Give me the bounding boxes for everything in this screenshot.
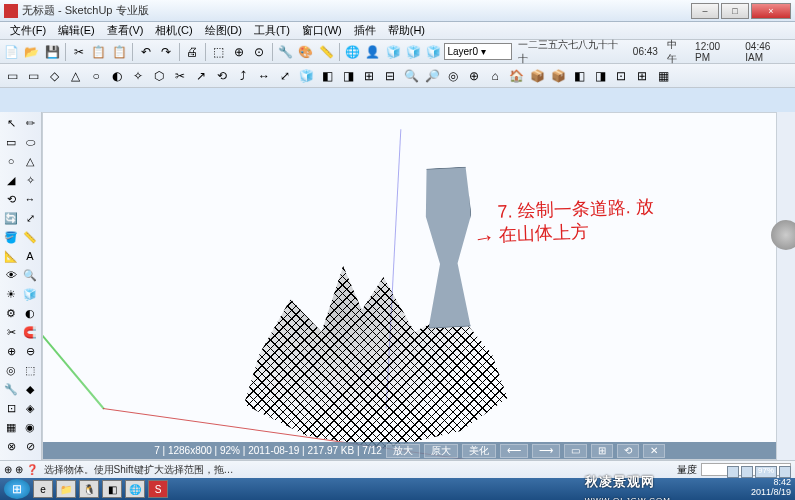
tool-button[interactable]: ✏	[21, 114, 39, 132]
tool-button[interactable]: 🪣	[2, 228, 20, 246]
toolbar-button[interactable]: ◧	[569, 66, 589, 86]
menu-help[interactable]: 帮助(H)	[382, 23, 431, 38]
road-shape[interactable]	[404, 166, 477, 329]
tool-button[interactable]: A	[21, 247, 39, 265]
task-browser-icon[interactable]: 🌐	[125, 480, 145, 498]
vp-next[interactable]: ⟶	[532, 444, 560, 458]
toolbar-button[interactable]: 🏠	[506, 66, 526, 86]
toolbar-button[interactable]: ✂	[69, 42, 88, 62]
tool-button[interactable]: 📏	[21, 228, 39, 246]
toolbar-button[interactable]: ◇	[44, 66, 64, 86]
toolbar-button[interactable]: ○	[86, 66, 106, 86]
tool-button[interactable]: ◆	[21, 380, 39, 398]
tool-button[interactable]: ✂	[2, 323, 20, 341]
toolbar-button[interactable]: ⊞	[632, 66, 652, 86]
tool-button[interactable]: ◎	[2, 361, 20, 379]
tool-button[interactable]: ⚙	[2, 304, 20, 322]
vp-zoom-in[interactable]: 放大	[386, 444, 420, 458]
close-button[interactable]: ×	[751, 3, 791, 19]
toolbar-button[interactable]: ⌂	[485, 66, 505, 86]
system-tray[interactable]: 97% 8:42 2011/8/19	[727, 466, 791, 498]
task-folder-icon[interactable]: 📁	[56, 480, 76, 498]
toolbar-button[interactable]: 🎨	[296, 42, 315, 62]
tool-button[interactable]: 🔧	[2, 380, 20, 398]
toolbar-button[interactable]: ◨	[590, 66, 610, 86]
toolbar-button[interactable]: ◧	[317, 66, 337, 86]
toolbar-button[interactable]: ⟲	[212, 66, 232, 86]
tool-button[interactable]: ◈	[21, 399, 39, 417]
start-button[interactable]: ⊞	[4, 479, 30, 499]
toolbar-button[interactable]: ↶	[136, 42, 155, 62]
menu-view[interactable]: 查看(V)	[101, 23, 150, 38]
toolbar-button[interactable]: ⤴	[233, 66, 253, 86]
tool-button[interactable]: ⬚	[21, 361, 39, 379]
tool-button[interactable]: ▭	[2, 133, 20, 151]
menu-camera[interactable]: 相机(C)	[149, 23, 198, 38]
toolbar-button[interactable]: △	[65, 66, 85, 86]
toolbar-button[interactable]: ⊕	[464, 66, 484, 86]
vp-b7[interactable]: ⊞	[591, 444, 613, 458]
tool-button[interactable]: ◐	[21, 304, 39, 322]
tool-button[interactable]: ▦	[2, 418, 20, 436]
toolbar-button[interactable]: 🔍	[401, 66, 421, 86]
tool-button[interactable]: ◉	[21, 418, 39, 436]
toolbar-button[interactable]: 👤	[363, 42, 382, 62]
tool-button[interactable]: 📐	[2, 247, 20, 265]
toolbar-button[interactable]: ⊡	[611, 66, 631, 86]
tool-button[interactable]: ⊘	[21, 437, 39, 455]
tool-button[interactable]: ⊡	[2, 399, 20, 417]
toolbar-button[interactable]: ✂	[170, 66, 190, 86]
toolbar-button[interactable]: ↗	[191, 66, 211, 86]
toolbar-button[interactable]: ⊞	[359, 66, 379, 86]
tool-button[interactable]: 🔍	[21, 266, 39, 284]
toolbar-button[interactable]: ◎	[443, 66, 463, 86]
task-app-icon[interactable]: ◧	[102, 480, 122, 498]
toolbar-button[interactable]: 🔧	[276, 42, 295, 62]
menu-tools[interactable]: 工具(T)	[248, 23, 296, 38]
tool-button[interactable]: ⤢	[21, 209, 39, 227]
right-scrollbar[interactable]	[777, 112, 795, 460]
toolbar-button[interactable]: 🧊	[404, 42, 423, 62]
tool-button[interactable]: ⟲	[2, 190, 20, 208]
toolbar-button[interactable]: ↷	[156, 42, 175, 62]
toolbar-button[interactable]: 📋	[89, 42, 108, 62]
toolbar-button[interactable]: ⬚	[209, 42, 228, 62]
tool-button[interactable]: ○	[2, 152, 20, 170]
toolbar-button[interactable]: ▭	[2, 66, 22, 86]
tool-button[interactable]: ⊖	[21, 342, 39, 360]
tool-button[interactable]: ↖	[2, 114, 20, 132]
menu-draw[interactable]: 绘图(D)	[199, 23, 248, 38]
toolbar-button[interactable]: ◨	[338, 66, 358, 86]
toolbar-button[interactable]: 🌐	[343, 42, 362, 62]
toolbar-button[interactable]: 📄	[2, 42, 21, 62]
toolbar-button[interactable]: 🔎	[422, 66, 442, 86]
toolbar-button[interactable]: ⊙	[249, 42, 268, 62]
toolbar-button[interactable]: ⊕	[229, 42, 248, 62]
tool-button[interactable]: ⊗	[2, 437, 20, 455]
menu-edit[interactable]: 编辑(E)	[52, 23, 101, 38]
tool-button[interactable]: ◢	[2, 171, 20, 189]
maximize-button[interactable]: □	[721, 3, 749, 19]
toolbar-button[interactable]: ✧	[128, 66, 148, 86]
tool-button[interactable]: 🔄	[2, 209, 20, 227]
vp-beautify[interactable]: 美化	[462, 444, 496, 458]
menu-window[interactable]: 窗口(W)	[296, 23, 348, 38]
toolbar-button[interactable]: 💾	[43, 42, 62, 62]
toolbar-button[interactable]: ▦	[653, 66, 673, 86]
task-qq-icon[interactable]: 🐧	[79, 480, 99, 498]
tray-date[interactable]: 2011/8/19	[727, 488, 791, 498]
task-ie-icon[interactable]: e	[33, 480, 53, 498]
toolbar-button[interactable]: ⊟	[380, 66, 400, 86]
minimize-button[interactable]: –	[691, 3, 719, 19]
toolbar-button[interactable]: ▭	[23, 66, 43, 86]
toolbar-button[interactable]: 🧊	[296, 66, 316, 86]
toolbar-button[interactable]: 📦	[527, 66, 547, 86]
task-sketchup-icon[interactable]: S	[148, 480, 168, 498]
tray-icon[interactable]	[727, 466, 739, 478]
toolbar-button[interactable]: 🖨	[183, 42, 202, 62]
tool-button[interactable]: ☀	[2, 285, 20, 303]
tool-button[interactable]: ✧	[21, 171, 39, 189]
tool-button[interactable]: 🧲	[21, 323, 39, 341]
vp-close[interactable]: ✕	[643, 444, 665, 458]
nav-orb[interactable]	[771, 220, 795, 250]
